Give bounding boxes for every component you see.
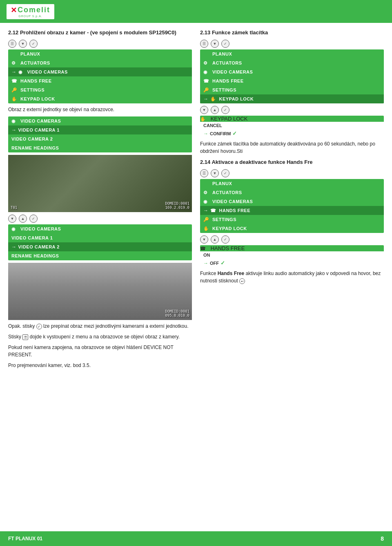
- down-arrow-ctrl-2[interactable]: ▼: [8, 215, 16, 223]
- right-controls-row-3: ☰ ▼ ✓: [200, 169, 384, 177]
- keypad-panel: ✋ KEYPAD LOCK CANCEL → CONFIRM ✓: [200, 116, 384, 138]
- actuators-icon-1: ⚙: [11, 60, 18, 66]
- desc-handsfree: Funkce Hands Free aktivuje linku audio a…: [200, 270, 384, 284]
- camera-view-2: DOMEID:0001 095.8.010.0: [8, 263, 192, 320]
- down-arrow-ctrl-r3[interactable]: ▼: [211, 169, 219, 177]
- check-ctrl-r3[interactable]: ✓: [221, 169, 229, 177]
- right-section-title-2: 2.14 Aktivace a deaktivace funkce Hands …: [200, 159, 384, 165]
- left-menu-panel-3: ◉ VIDEO CAMERAS VIDEO CAMERA 1 → VIDEO C…: [8, 224, 192, 260]
- right-column: 2.13 Funkce zámek tlacítka ☰ ▼ ✓ PLANUX …: [200, 29, 384, 372]
- para-2: Stisky ☰ dojde k vystoupení z menu a na …: [8, 333, 192, 340]
- logo: ✕ Comelit GROUP S.p.A.: [7, 4, 54, 19]
- menu-icon-ctrl[interactable]: ☰: [8, 40, 16, 48]
- desc-1: Obraz z externí jednotky se objeví na ob…: [8, 106, 192, 113]
- menu-rename-headings-2[interactable]: RENAME HEADINGS: [8, 251, 192, 260]
- menu-settings-1[interactable]: 🔑 SETTINGS: [8, 85, 192, 94]
- right-menu-keypad-lock-3[interactable]: ✋ KEYPAD LOCK: [200, 224, 384, 233]
- up-arrow-ctrl-2[interactable]: ▲: [19, 215, 27, 223]
- menu-keypad-lock-1[interactable]: ✋ KEYPAD LOCK: [8, 94, 192, 103]
- right-menu-video-cameras[interactable]: ◉ VIDEO CAMERAS: [200, 67, 384, 76]
- right-controls-row-2: ▼ ▲ ✓: [200, 106, 384, 114]
- menu-actuators-1[interactable]: ⚙ ACTUATORS: [8, 58, 192, 67]
- down-arrow-ctrl[interactable]: ▼: [19, 40, 27, 48]
- para-3: Pokud není kamera zapojena, na obrazovce…: [8, 344, 192, 358]
- main-content: 2.12 Prohlížení obrazu z kamer - (ve spo…: [0, 23, 392, 379]
- right-controls-row-4: ▼ ▲ ✓: [200, 235, 384, 244]
- keypad-hand-icon: ✋: [200, 116, 207, 122]
- keypad-lock-header[interactable]: ✋ KEYPAD LOCK: [200, 116, 384, 122]
- hands-free-panel: ☎ HANDS FREE ON → OFF ✓: [200, 245, 384, 267]
- menu-icon-ctrl-r3[interactable]: ☰: [200, 169, 208, 177]
- right-menu-actuators-3[interactable]: ⚙ ACTUATORS: [200, 188, 384, 197]
- controls-row-1: ☰ ▼ ✓: [8, 40, 192, 48]
- arrow-icon-3: →: [11, 244, 17, 250]
- confirm-row[interactable]: → CONFIRM ✓: [200, 129, 384, 138]
- down-arrow-ctrl-r1[interactable]: ▼: [211, 40, 219, 48]
- menu-video-cameras-1[interactable]: → ◉ VIDEO CAMERAS: [8, 67, 192, 76]
- left-section-title: 2.12 Prohlížení obrazu z kamer - (ve spo…: [8, 29, 192, 36]
- right-arrow-icon: →: [203, 96, 209, 102]
- right-section-title: 2.13 Funkce zámek tlacítka: [200, 29, 384, 36]
- menu-rename-headings[interactable]: RENAME HEADINGS: [8, 143, 192, 152]
- right-menu-keypad-lock[interactable]: → ✋ KEYPAD LOCK: [200, 94, 384, 103]
- right-actuators-icon-3: ⚙: [203, 190, 210, 195]
- off-row[interactable]: → OFF ✓: [200, 259, 384, 267]
- settings-icon-1: 🔑: [11, 87, 18, 93]
- menu-hands-free-1[interactable]: ☎ HANDS FREE: [8, 76, 192, 85]
- controls-row-2: ▼ ▲ ✓: [8, 215, 192, 223]
- check-circle-icon: ✓: [36, 324, 42, 329]
- hands-free-phone-icon: ☎: [200, 246, 207, 251]
- left-menu-panel-2: ◉ VIDEO CAMERAS → VIDEO CAMERA 1 VIDEO C…: [8, 116, 192, 152]
- right-video-cam-icon-3: ◉: [203, 199, 210, 204]
- menu-planux-1[interactable]: PLANUX: [8, 49, 192, 58]
- right-keypad-lock-icon: ✋: [210, 96, 217, 102]
- on-row[interactable]: ON: [200, 251, 384, 259]
- cancel-row[interactable]: CANCEL: [200, 122, 384, 129]
- right-video-cam-icon: ◉: [203, 69, 210, 75]
- down-arrow-ctrl-r4[interactable]: ▼: [200, 235, 208, 244]
- menu-video-camera-1b[interactable]: VIDEO CAMERA 1: [8, 233, 192, 242]
- menu-video-camera-2b[interactable]: → VIDEO CAMERA 2: [8, 242, 192, 251]
- video-cam-icon-1: ◉: [18, 69, 25, 75]
- up-arrow-ctrl-r4[interactable]: ▲: [211, 235, 219, 244]
- desc-keypad: Funkce zámek tlacítka bde automaticky de…: [200, 140, 384, 155]
- right-keypad-lock-icon-3: ✋: [203, 226, 210, 231]
- menu-icon-ctrl-r1[interactable]: ☰: [200, 40, 208, 48]
- menu-video-cameras-header-2[interactable]: ◉ VIDEO CAMERAS: [8, 224, 192, 233]
- para-4: Pro prejmenování kamer, viz. bod 3.5.: [8, 362, 192, 369]
- confirm-arrow-icon: →: [203, 131, 208, 136]
- menu-video-cameras-header[interactable]: ◉ VIDEO CAMERAS: [8, 116, 192, 125]
- right-arrow-icon-3: →: [203, 208, 209, 213]
- footer-label: FT PLANUX 01: [8, 536, 42, 542]
- check-ctrl-r4[interactable]: ✓: [221, 235, 229, 244]
- right-menu-actuators[interactable]: ⚙ ACTUATORS: [200, 58, 384, 67]
- right-menu-planux-3[interactable]: PLANUX: [200, 179, 384, 188]
- menu-video-camera-2[interactable]: VIDEO CAMERA 2: [8, 134, 192, 143]
- right-menu-settings[interactable]: 🔑 SETTINGS: [200, 85, 384, 94]
- right-hands-free-icon: ☎: [203, 78, 210, 84]
- arrow-icon-2: →: [11, 127, 17, 133]
- check-ctrl[interactable]: ✓: [29, 40, 38, 48]
- footer-page: 8: [381, 535, 384, 542]
- right-menu-hands-free[interactable]: ☎ HANDS FREE: [200, 76, 384, 85]
- check-ctrl-r1[interactable]: ✓: [221, 40, 229, 48]
- check-ctrl-2[interactable]: ✓: [29, 215, 38, 223]
- cam-corner-label-1: T01: [11, 206, 17, 210]
- down-arrow-ctrl-r2[interactable]: ▼: [200, 106, 208, 114]
- off-arrow-icon: →: [203, 260, 208, 266]
- right-menu-video-cameras-3[interactable]: ◉ VIDEO CAMERAS: [200, 197, 384, 206]
- menu-video-camera-1[interactable]: → VIDEO CAMERA 1: [8, 125, 192, 134]
- right-controls-row-1: ☰ ▼ ✓: [200, 40, 384, 48]
- menu-square-icon: ☰: [22, 334, 28, 340]
- right-menu-planux[interactable]: PLANUX: [200, 49, 384, 58]
- confirm-check-icon: ✓: [232, 130, 237, 136]
- up-arrow-ctrl-r2[interactable]: ▲: [211, 106, 219, 114]
- video-cam-icon-2: ◉: [11, 119, 18, 124]
- right-menu-hands-free-3[interactable]: → ☎ HANDS FREE: [200, 206, 384, 215]
- logo-x: ✕: [11, 6, 17, 15]
- right-menu-panel-3: PLANUX ⚙ ACTUATORS ◉ VIDEO CAMERAS → ☎ H…: [200, 179, 384, 233]
- camera-view-1: T01 DOMEID:0001 169.2.019.0: [8, 155, 192, 212]
- right-menu-settings-3[interactable]: 🔑 SETTINGS: [200, 215, 384, 224]
- check-ctrl-r2[interactable]: ✓: [221, 106, 229, 114]
- hands-free-header-row[interactable]: ☎ HANDS FREE: [200, 245, 384, 251]
